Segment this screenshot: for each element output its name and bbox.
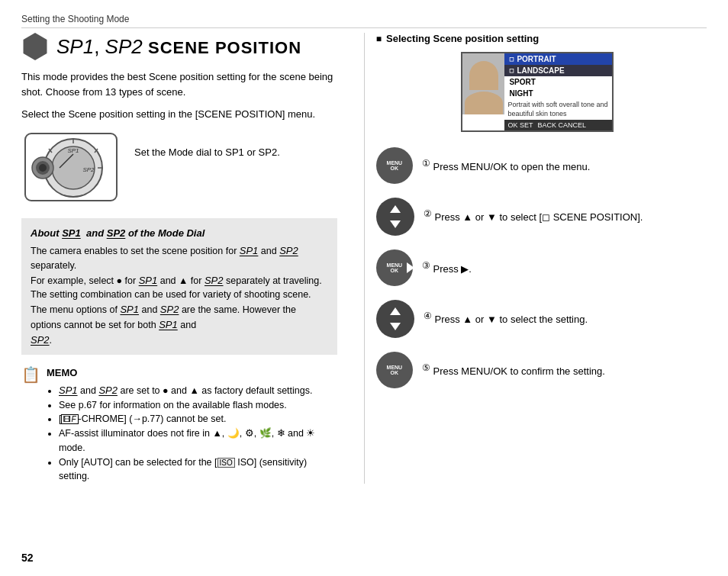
portrait-face <box>469 61 498 90</box>
right-column: Selecting Scene position setting ◻ <box>369 33 707 484</box>
step-1: MENUOK ① Press MENU/OK to open the menu. <box>376 147 707 184</box>
sp1-label: SP1 <box>56 35 94 58</box>
memo-content: MEMO SP1 and SP2 are set to ● and ▲ as f… <box>47 365 337 484</box>
mode-dial-section: SP1 SP2 Set the Mode dial to SP1 or SP2. <box>21 130 337 206</box>
scene-item-portrait: ◻ PORTRAIT <box>504 53 612 65</box>
landscape-icon: ◻ <box>509 67 514 74</box>
mode-dial-text: Set the Mode dial to SP1 or SP2. <box>134 130 280 161</box>
step-4-num: ④ <box>424 311 432 321</box>
step-1-text: ① Press MENU/OK to open the menu. <box>422 147 591 175</box>
memo-title: MEMO <box>47 365 337 381</box>
step-3-num: ③ <box>422 260 430 271</box>
svg-point-8 <box>39 164 47 172</box>
menu-ok-label-3: MENUOK <box>387 262 403 274</box>
scene-item-sport: SPORT <box>504 76 612 88</box>
top-label: Setting the Shooting Mode <box>21 14 707 28</box>
list-item: SP1 and SP2 are set to ● and ▲ as factor… <box>59 383 337 398</box>
left-column: SP1, SP2 SCENE POSITION This mode provid… <box>21 33 360 484</box>
menu-ok-label-5: MENUOK <box>387 365 403 376</box>
section-title: Selecting Scene position setting <box>376 33 707 44</box>
scene-position-label: SCENE POSITION <box>148 38 301 57</box>
step-5-num: ⑤ <box>422 362 430 373</box>
portrait-thumbnail <box>462 53 504 114</box>
night-label: NIGHT <box>509 89 533 98</box>
nav-button-4 <box>376 300 414 338</box>
page-title: SP1, SP2 SCENE POSITION <box>21 33 337 60</box>
landscape-label: LANDSCAPE <box>517 66 564 75</box>
arrow-up-icon-4 <box>390 307 401 315</box>
scene-item-landscape: ◻ LANDSCAPE <box>504 65 612 76</box>
step-5: MENUOK ⑤ Press MENU/OK to confirm the se… <box>376 352 707 388</box>
up-down-arrows-4 <box>390 307 401 330</box>
back-label: BACK CANCEL <box>537 121 586 129</box>
page: Setting the Shooting Mode SP1, SP2 SCENE… <box>0 0 728 576</box>
menu-ok-button-1: MENUOK <box>376 147 413 184</box>
about-body: The camera enables to set the scene posi… <box>31 243 328 347</box>
menu-ok-button-3: MENUOK <box>376 249 413 286</box>
column-divider <box>364 33 365 484</box>
list-item: AF-assist illuminator does not fire in ▲… <box>59 426 337 455</box>
hex-icon <box>21 33 49 60</box>
scene-menu-list: ◻ PORTRAIT ◻ LANDSCAPE SPORT N <box>504 53 612 130</box>
menu-ok-label-1: MENUOK <box>387 160 403 172</box>
comma: , <box>94 35 105 58</box>
step-3: MENUOK ③ Press ▶. <box>376 249 707 286</box>
step-2-num: ② <box>424 208 432 219</box>
arrow-up-icon <box>390 205 401 213</box>
about-box: About SP1 and SP2 of the Mode Dial The c… <box>21 218 337 356</box>
scene-menu: ◻ PORTRAIT ◻ LANDSCAPE SPORT N <box>461 52 614 132</box>
arrow-down-icon <box>390 220 401 228</box>
portrait-body <box>465 92 503 114</box>
list-item: [🎞F-CHROME] (→p.77) cannot be set. <box>59 412 337 426</box>
steps-list: MENUOK ① Press MENU/OK to open the menu. <box>376 147 707 388</box>
scene-menu-container: ◻ PORTRAIT ◻ LANDSCAPE SPORT N <box>376 52 707 132</box>
step-5-text: ⑤ Press MENU/OK to confirm the setting. <box>422 352 605 379</box>
sport-label: SPORT <box>509 78 535 86</box>
step-3-text: ③ Press ▶. <box>422 249 472 277</box>
about-title: About SP1 and SP2 of the Mode Dial <box>31 226 328 241</box>
step-1-num: ① <box>422 158 430 169</box>
scene-item-night: NIGHT <box>504 88 612 99</box>
scene-menu-illustration: ◻ PORTRAIT ◻ LANDSCAPE SPORT N <box>461 52 621 132</box>
arrow-down-icon-4 <box>390 323 401 330</box>
svg-text:SP2: SP2 <box>82 166 95 173</box>
memo-list: SP1 and SP2 are set to ● and ▲ as factor… <box>47 383 337 484</box>
step-2: ② Press ▲ or ▼ to select [◻ SCENE POSITI… <box>376 198 707 236</box>
step-4-text: ④ Press ▲ or ▼ to select the setting. <box>424 300 588 327</box>
sp2-label: SP2 <box>105 35 143 58</box>
menu-ok-button-5: MENUOK <box>376 352 413 388</box>
right-arrow-icon <box>407 262 414 273</box>
list-item: See p.67 for information on the availabl… <box>59 398 337 413</box>
list-item: Only [AUTO] can be selected for the [ISO… <box>59 455 337 484</box>
mode-dial-image: SP1 SP2 <box>21 130 121 206</box>
portrait-label: PORTRAIT <box>517 55 556 63</box>
step-4: ④ Press ▲ or ▼ to select the setting. <box>376 300 707 338</box>
nav-button-2 <box>376 198 414 236</box>
select-instruction: Select the Scene position setting in the… <box>21 107 337 122</box>
portrait-icon: ◻ <box>509 56 514 63</box>
intro-text: This mode provides the best Scene positi… <box>21 69 337 99</box>
scene-bottom-bar: OK SET BACK CANCEL <box>504 120 612 130</box>
memo-box: 📋 MEMO SP1 and SP2 are set to ● and ▲ as… <box>21 365 337 484</box>
page-number: 52 <box>21 552 34 564</box>
memo-icon: 📋 <box>21 367 40 484</box>
svg-text:SP1: SP1 <box>67 147 79 154</box>
step-2-text: ② Press ▲ or ▼ to select [◻ SCENE POSITI… <box>424 198 643 225</box>
up-down-arrows <box>390 205 401 228</box>
scene-description: Portrait with soft overall tone and beau… <box>504 99 612 120</box>
ok-label: OK SET <box>507 121 533 129</box>
